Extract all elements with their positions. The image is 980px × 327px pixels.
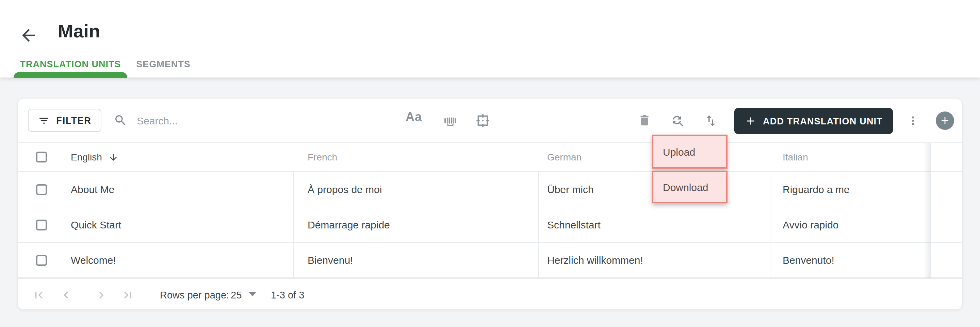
cell-italian[interactable]: Avvio rapido xyxy=(783,207,839,242)
page-title: Main xyxy=(58,21,100,42)
cell-german[interactable]: Schnellstart xyxy=(547,207,601,242)
column-divider xyxy=(538,172,539,278)
active-tab-indicator xyxy=(14,72,127,78)
add-translation-unit-button[interactable]: ADD TRANSLATION UNIT xyxy=(734,108,893,134)
pagination-range-label: 1-3 of 3 xyxy=(271,279,304,310)
column-label: English xyxy=(71,152,102,162)
cell-french[interactable]: À propos de moi xyxy=(308,172,382,207)
first-page-icon xyxy=(32,288,46,302)
table-row[interactable]: About Me À propos de moi Über mich Rigua… xyxy=(18,172,962,207)
table-header-row: English French German Italian xyxy=(18,143,962,172)
find-replace-icon xyxy=(670,114,685,128)
table-toolbar: FILTER Aa xyxy=(18,98,962,143)
sticky-column-shadow xyxy=(924,143,930,278)
column-label: Italian xyxy=(783,152,808,162)
table-row[interactable]: Quick Start Démarrage rapide Schnellstar… xyxy=(18,207,962,243)
row-checkbox[interactable] xyxy=(36,184,47,195)
cell-english[interactable]: Quick Start xyxy=(71,207,121,242)
search-box xyxy=(114,107,363,134)
column-divider xyxy=(293,172,294,278)
row-checkbox[interactable] xyxy=(36,220,47,230)
back-button[interactable] xyxy=(19,26,38,45)
delete-icon xyxy=(638,114,651,127)
filter-button-label: FILTER xyxy=(56,115,91,125)
translation-units-card: FILTER Aa xyxy=(17,98,963,310)
row-checkbox[interactable] xyxy=(36,255,47,266)
add-column-button[interactable] xyxy=(936,111,954,130)
column-divider xyxy=(770,172,770,278)
rows-per-page-select[interactable]: 25 xyxy=(231,279,242,310)
select-all-checkbox[interactable] xyxy=(36,152,47,162)
chevron-right-icon xyxy=(95,288,108,302)
cell-french[interactable]: Bienvenu! xyxy=(308,243,353,277)
menu-item-download[interactable]: Download xyxy=(652,171,727,203)
case-toggle-button[interactable]: Aa xyxy=(406,110,422,124)
column-header-german[interactable]: German xyxy=(547,143,582,171)
cell-italian[interactable]: Riguardo a me xyxy=(783,172,850,207)
sort-button[interactable] xyxy=(704,114,718,128)
plus-icon xyxy=(745,115,757,127)
top-bar: Main TRANSLATION UNITS SEGMENTS xyxy=(0,0,980,78)
table-footer: Rows per page: 25 1-3 of 3 xyxy=(18,278,962,310)
add-button-label: ADD TRANSLATION UNIT xyxy=(763,116,883,126)
sticky-column-divider xyxy=(930,143,931,278)
chevron-left-icon xyxy=(59,288,73,302)
find-replace-button[interactable] xyxy=(670,114,685,128)
import-export-icon xyxy=(704,114,718,128)
search-icon xyxy=(114,114,127,127)
tab-label: SEGMENTS xyxy=(136,59,191,69)
more-vert-icon xyxy=(907,114,920,127)
last-page-icon xyxy=(121,288,135,302)
column-header-italian[interactable]: Italian xyxy=(783,143,808,171)
arrow-back-icon xyxy=(19,26,38,45)
next-page-button[interactable] xyxy=(95,288,108,302)
more-menu-button[interactable] xyxy=(907,114,920,127)
filter-icon xyxy=(38,114,49,126)
previous-page-button[interactable] xyxy=(59,288,73,302)
column-header-english[interactable]: English xyxy=(71,143,118,171)
cell-french[interactable]: Démarrage rapide xyxy=(308,207,390,242)
frame-scan-button[interactable] xyxy=(475,113,491,129)
sort-desc-arrow-icon xyxy=(108,152,118,162)
cell-english[interactable]: About Me xyxy=(71,172,115,207)
barcode-icon xyxy=(442,113,458,129)
filter-button[interactable]: FILTER xyxy=(28,109,102,132)
rows-per-page-dropdown-icon[interactable] xyxy=(249,292,256,297)
first-page-button[interactable] xyxy=(32,288,46,302)
barcode-button[interactable] xyxy=(442,113,458,129)
column-header-french[interactable]: French xyxy=(308,143,337,171)
column-label: German xyxy=(547,152,582,162)
last-page-button[interactable] xyxy=(121,288,135,302)
add-circle-plus-icon xyxy=(939,115,951,127)
cell-italian[interactable]: Benvenuto! xyxy=(783,243,834,277)
delete-button[interactable] xyxy=(638,114,651,127)
page: Main TRANSLATION UNITS SEGMENTS FILTER xyxy=(0,0,980,327)
import-export-menu: Upload Download xyxy=(652,135,727,203)
rows-per-page-label: Rows per page: xyxy=(160,279,229,310)
cell-german[interactable]: Herzlich willkommen! xyxy=(547,243,643,277)
tab-label: TRANSLATION UNITS xyxy=(20,59,121,69)
cell-english[interactable]: Welcome! xyxy=(71,243,116,277)
frame-scan-icon xyxy=(475,113,491,129)
search-input[interactable] xyxy=(135,114,363,127)
column-label: French xyxy=(308,152,337,162)
tab-segments[interactable]: SEGMENTS xyxy=(134,50,193,78)
menu-item-upload[interactable]: Upload xyxy=(652,135,727,168)
table-row[interactable]: Welcome! Bienvenu! Herzlich willkommen! … xyxy=(18,243,962,278)
cell-german[interactable]: Über mich xyxy=(547,172,594,207)
